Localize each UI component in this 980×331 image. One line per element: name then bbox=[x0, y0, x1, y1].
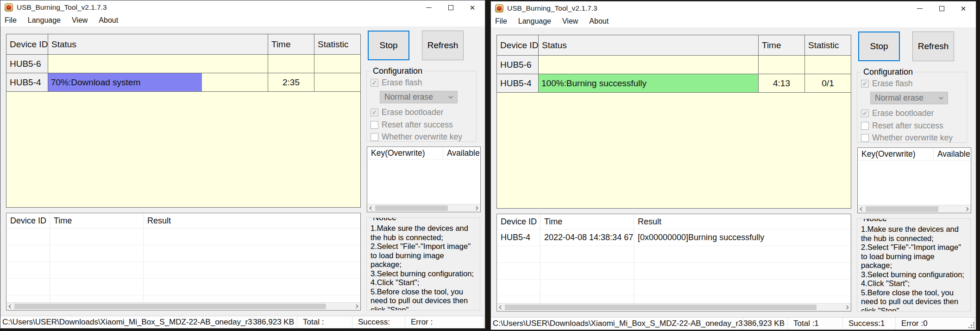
close-button[interactable]: ✕ bbox=[465, 0, 480, 14]
app-icon bbox=[495, 4, 503, 13]
time-cell: 4:13 bbox=[759, 74, 805, 92]
chevron-left-icon[interactable] bbox=[367, 204, 375, 212]
key-table-hscrollbar[interactable] bbox=[858, 205, 971, 213]
chevron-left-icon[interactable] bbox=[497, 304, 504, 311]
erase-flash-checkbox[interactable]: Erase flash bbox=[371, 78, 422, 88]
menu-about[interactable]: About bbox=[93, 16, 124, 25]
erase-bootloader-checkbox[interactable]: Erase bootloader bbox=[371, 108, 443, 117]
device-row[interactable]: HUB5-4 70%:Download system 2:35 bbox=[6, 73, 360, 92]
refresh-button[interactable]: Refresh bbox=[912, 32, 954, 61]
erase-mode-select[interactable]: Normal erase bbox=[380, 91, 458, 103]
chevron-left-icon[interactable] bbox=[6, 303, 14, 310]
erase-flash-label: Erase flash bbox=[872, 79, 913, 89]
statistic-cell: 0/1 bbox=[805, 74, 851, 92]
result-text: [0x00000000]Burning successfully bbox=[634, 229, 851, 246]
scrollbar-thumb[interactable] bbox=[14, 304, 326, 309]
notice-line: 1.Make sure the devices and the hub is c… bbox=[371, 224, 477, 242]
erase-flash-label: Erase flash bbox=[382, 78, 422, 88]
key-overwrite-table: Key(Overwrite) Available bbox=[367, 146, 481, 212]
checkbox-icon bbox=[861, 109, 869, 117]
col-device-id[interactable]: Device ID bbox=[6, 34, 48, 54]
key-table-hscrollbar[interactable] bbox=[367, 204, 480, 212]
col-device-id[interactable]: Device ID bbox=[497, 214, 540, 229]
col-available[interactable]: Available bbox=[443, 147, 480, 159]
chevron-right-icon[interactable] bbox=[353, 303, 360, 310]
menu-about[interactable]: About bbox=[584, 17, 614, 25]
erase-bootloader-checkbox[interactable]: Erase bootloader bbox=[861, 108, 934, 118]
stop-button[interactable]: Stop bbox=[858, 32, 900, 61]
chevron-left-icon[interactable] bbox=[858, 205, 865, 213]
col-device-id[interactable]: Device ID bbox=[6, 213, 50, 228]
scrollbar-thumb[interactable] bbox=[375, 205, 448, 211]
result-table-header: Device ID Time Result bbox=[6, 213, 360, 229]
notice-label: Notice bbox=[371, 217, 398, 223]
col-statistic[interactable]: Statistic bbox=[805, 35, 851, 55]
erase-mode-select[interactable]: Normal erase bbox=[870, 92, 948, 104]
title-bar: USB_Burning_Tool_v2.1.7.3 ✕ bbox=[491, 1, 976, 15]
reset-after-success-checkbox[interactable]: Reset after success bbox=[371, 120, 453, 130]
device-row[interactable]: HUB5-4 100%:Burning successfully 4:13 0/… bbox=[497, 74, 851, 93]
col-time[interactable]: Time bbox=[540, 214, 634, 229]
checkbox-icon bbox=[861, 80, 869, 88]
notice-group: Notice 1.Make sure the devices and the h… bbox=[857, 218, 971, 312]
result-text bbox=[144, 229, 360, 245]
whether-overwrite-key-checkbox[interactable]: Whether overwrite key bbox=[371, 132, 462, 142]
image-path: C:\Users\USER\Downloads\Xiaomi_Mi_Box_S_… bbox=[491, 318, 743, 330]
col-statistic[interactable]: Statistic bbox=[314, 34, 360, 54]
maximize-button[interactable] bbox=[443, 0, 459, 14]
result-time: 2022-04-08 14:38:34 672 bbox=[540, 229, 634, 246]
chevron-right-icon[interactable] bbox=[963, 205, 971, 213]
whether-overwrite-key-checkbox[interactable]: Whether overwrite key bbox=[861, 133, 953, 143]
col-available[interactable]: Available bbox=[934, 148, 971, 160]
menu-view[interactable]: View bbox=[66, 16, 93, 25]
device-row[interactable]: HUB5-6 bbox=[497, 56, 851, 74]
col-device-id[interactable]: Device ID bbox=[497, 35, 539, 55]
col-key-overwrite[interactable]: Key(Overwrite) bbox=[858, 148, 934, 160]
stop-button[interactable]: Stop bbox=[368, 31, 409, 60]
reset-after-success-label: Reset after success bbox=[872, 121, 943, 131]
checkbox-icon bbox=[861, 134, 869, 142]
result-table-hscrollbar[interactable] bbox=[6, 302, 360, 310]
minimize-icon bbox=[426, 7, 432, 8]
result-table: Device ID Time Result bbox=[6, 213, 361, 311]
resize-grip[interactable] bbox=[973, 327, 974, 328]
col-result[interactable]: Result bbox=[144, 213, 360, 228]
chevron-right-icon[interactable] bbox=[473, 204, 480, 212]
col-key-overwrite[interactable]: Key(Overwrite) bbox=[367, 147, 443, 159]
minimize-button[interactable] bbox=[912, 1, 928, 15]
menu-language[interactable]: Language bbox=[22, 16, 66, 25]
menu-file[interactable]: File bbox=[491, 17, 513, 25]
device-row[interactable]: HUB5-6 bbox=[6, 55, 360, 73]
menu-view[interactable]: View bbox=[557, 17, 584, 25]
result-row[interactable]: HUB5-4 2022-04-08 14:38:34 672 [0x000000… bbox=[497, 229, 851, 246]
chevron-down-icon bbox=[448, 94, 453, 99]
col-status[interactable]: Status bbox=[539, 35, 759, 55]
error-count: Error : bbox=[405, 316, 484, 328]
minimize-button[interactable] bbox=[421, 0, 437, 14]
app-icon bbox=[5, 3, 13, 12]
menu-bar: File Language View About bbox=[0, 14, 485, 26]
menu-file[interactable]: File bbox=[0, 16, 22, 25]
refresh-button[interactable]: Refresh bbox=[422, 31, 464, 60]
scrollbar-thumb[interactable] bbox=[866, 206, 938, 212]
erase-flash-checkbox[interactable]: Erase flash bbox=[861, 79, 913, 89]
close-button[interactable]: ✕ bbox=[955, 1, 971, 15]
col-status[interactable]: Status bbox=[48, 34, 268, 54]
col-time[interactable]: Time bbox=[50, 213, 144, 228]
menu-language[interactable]: Language bbox=[513, 17, 557, 25]
chevron-right-icon[interactable] bbox=[843, 304, 851, 311]
result-table-hscrollbar[interactable] bbox=[497, 303, 851, 311]
col-result[interactable]: Result bbox=[634, 214, 851, 229]
result-row[interactable] bbox=[6, 229, 360, 245]
success-count: Success:1 bbox=[843, 318, 896, 330]
result-row bbox=[497, 280, 851, 296]
maximize-button[interactable] bbox=[934, 1, 949, 15]
col-time[interactable]: Time bbox=[268, 34, 314, 54]
notice-text: 1.Make sure the devices and the hub is c… bbox=[861, 225, 967, 312]
reset-after-success-checkbox[interactable]: Reset after success bbox=[861, 121, 943, 131]
maximize-icon bbox=[939, 6, 944, 11]
key-table-header: Key(Overwrite) Available bbox=[858, 148, 971, 161]
notice-line: 3.Select burning configuration; bbox=[371, 269, 477, 279]
col-time[interactable]: Time bbox=[759, 35, 805, 55]
scrollbar-thumb[interactable] bbox=[505, 305, 817, 310]
